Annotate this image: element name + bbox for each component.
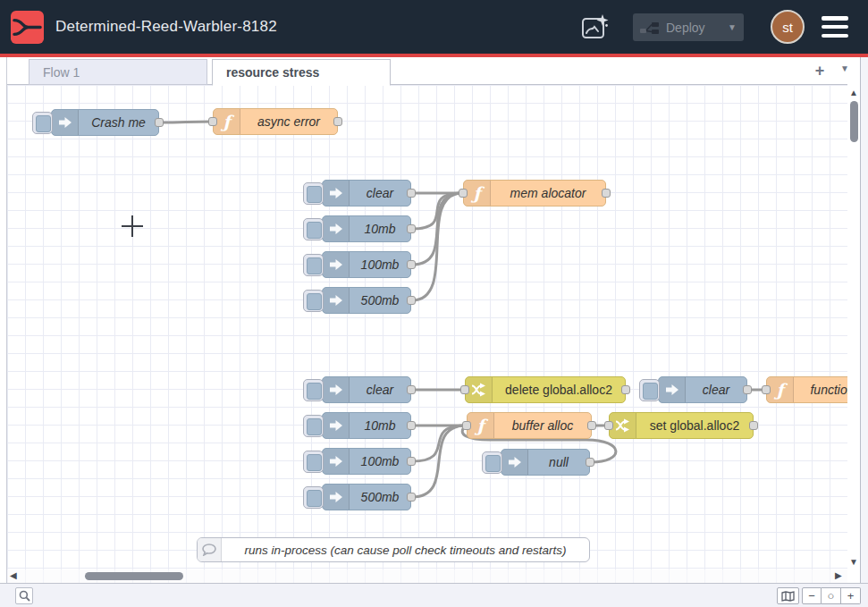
node-label: async error [240, 109, 337, 134]
node-label: clear [350, 377, 410, 402]
output-port[interactable] [602, 189, 611, 198]
add-flow-button[interactable]: + [810, 61, 830, 80]
inject-trigger-button[interactable] [639, 379, 660, 401]
node-comment[interactable]: runs in-process (can cause poll check ti… [197, 537, 590, 562]
inject-trigger-button[interactable] [303, 415, 324, 437]
output-port[interactable] [155, 118, 164, 127]
inject-arrow-icon [323, 413, 350, 438]
node-change-set-global-alloc2[interactable]: set global.alloc2 [609, 412, 754, 439]
horizontal-scroll-thumb[interactable] [85, 572, 183, 580]
node-change-delete-global-alloc2[interactable]: delete global.alloc2 [465, 376, 626, 403]
node-inject-500mb-b[interactable]: 500mb [322, 484, 411, 510]
node-label: delete global.alloc2 [493, 377, 625, 402]
output-port[interactable] [743, 385, 752, 394]
node-function-async-error[interactable]: ƒ async error [213, 108, 338, 135]
output-port[interactable] [749, 421, 758, 430]
inject-arrow-icon [323, 288, 350, 313]
inject-arrow-icon [323, 485, 350, 510]
scroll-down-icon[interactable]: ▼ [849, 557, 858, 567]
palette-collapsed-strip [0, 57, 7, 583]
tab-resource-stress[interactable]: resource stress [212, 59, 391, 86]
vertical-scrollbar[interactable]: ▲ ▼ [847, 85, 860, 583]
node-inject-10mb-b[interactable]: 10mb [322, 412, 411, 439]
input-port[interactable] [462, 421, 471, 430]
node-inject-10mb-a[interactable]: 10mb [322, 215, 411, 242]
node-function-buffer-alloc[interactable]: ƒ buffer alloc [467, 412, 592, 439]
scroll-up-icon[interactable]: ▲ [849, 88, 858, 97]
zoom-in-button[interactable]: + [841, 587, 861, 604]
function-icon: ƒ [468, 413, 494, 438]
zoom-controls: − ○ + [802, 587, 861, 604]
flowfuse-logo-icon[interactable] [11, 11, 44, 44]
inject-trigger-button[interactable] [32, 112, 53, 134]
inject-trigger-button[interactable] [303, 254, 324, 276]
output-port[interactable] [407, 385, 416, 394]
vertical-scroll-thumb[interactable] [850, 101, 858, 142]
deploy-options-caret-icon[interactable]: ▼ [721, 22, 737, 32]
search-flows-button[interactable] [15, 587, 33, 604]
avatar-initials: st [782, 20, 793, 35]
output-port[interactable] [333, 117, 342, 126]
input-port[interactable] [762, 385, 771, 394]
inject-trigger-button[interactable] [303, 290, 324, 312]
node-function-mem-alocator[interactable]: ƒ mem alocator [463, 180, 606, 207]
inject-trigger-button[interactable] [303, 451, 324, 473]
zoom-reset-button[interactable]: ○ [822, 587, 841, 604]
output-port[interactable] [407, 493, 416, 502]
tab-list-caret-icon[interactable]: ▼ [838, 63, 852, 78]
input-port[interactable] [208, 117, 217, 126]
tab-flow-1[interactable]: Flow 1 [29, 59, 207, 85]
navigator-toggle-button[interactable] [777, 587, 799, 604]
inject-trigger-button[interactable] [303, 218, 324, 240]
main-menu-icon[interactable] [822, 16, 848, 38]
output-port[interactable] [407, 457, 416, 466]
node-inject-500mb-a[interactable]: 500mb [322, 287, 411, 314]
node-label: clear [350, 181, 410, 206]
function-icon: ƒ [767, 377, 794, 402]
horizontal-scrollbar[interactable]: ◀ ▶ [7, 569, 847, 583]
node-inject-null[interactable]: null [501, 449, 590, 476]
node-label: 500mb [350, 288, 410, 313]
output-port[interactable] [407, 421, 416, 430]
sidebar-collapsed-strip[interactable] [860, 57, 868, 583]
node-label: 500mb [350, 485, 410, 510]
node-red-editor: Determined-Reed-Warbler-8182 Deploy ▼ st [0, 0, 868, 607]
node-label: clear [686, 377, 746, 402]
inject-arrow-icon [323, 449, 350, 474]
output-port[interactable] [587, 421, 596, 430]
deploy-button[interactable]: Deploy ▼ [633, 13, 744, 41]
inject-trigger-button[interactable] [303, 379, 324, 401]
scroll-left-icon[interactable]: ◀ [10, 570, 17, 580]
node-inject-clear-b[interactable]: clear [322, 376, 411, 403]
assistant-icon[interactable] [578, 12, 610, 43]
scroll-right-icon[interactable]: ▶ [835, 570, 842, 580]
node-inject-crash-me[interactable]: Crash me [51, 109, 159, 136]
node-label: 10mb [350, 413, 410, 438]
node-inject-clear-a[interactable]: clear [322, 180, 411, 207]
inject-trigger-button[interactable] [303, 486, 324, 509]
inject-arrow-icon [501, 450, 528, 475]
output-port[interactable] [621, 385, 630, 394]
input-port[interactable] [604, 421, 613, 430]
user-avatar[interactable]: st [771, 10, 805, 44]
map-icon [781, 591, 795, 602]
flow-canvas[interactable]: Crash me ƒ async error clear 10mb [7, 85, 847, 583]
inject-trigger-button[interactable] [482, 451, 502, 474]
inject-arrow-icon [323, 216, 350, 241]
output-port[interactable] [407, 224, 416, 233]
node-inject-clear-c[interactable]: clear [658, 376, 747, 403]
change-shuffle-icon [466, 377, 493, 402]
output-port[interactable] [586, 458, 594, 467]
output-port[interactable] [407, 260, 416, 269]
input-port[interactable] [459, 189, 468, 198]
node-inject-100mb-a[interactable]: 100mb [322, 251, 411, 278]
zoom-out-button[interactable]: − [802, 587, 822, 604]
inject-trigger-button[interactable] [303, 182, 324, 205]
input-port[interactable] [460, 385, 469, 394]
output-port[interactable] [407, 189, 416, 198]
output-port[interactable] [407, 296, 416, 305]
node-inject-100mb-b[interactable]: 100mb [322, 448, 411, 475]
node-function-function[interactable]: ƒ function [766, 376, 847, 403]
inject-arrow-icon [323, 252, 350, 277]
inject-arrow-icon [52, 110, 79, 135]
